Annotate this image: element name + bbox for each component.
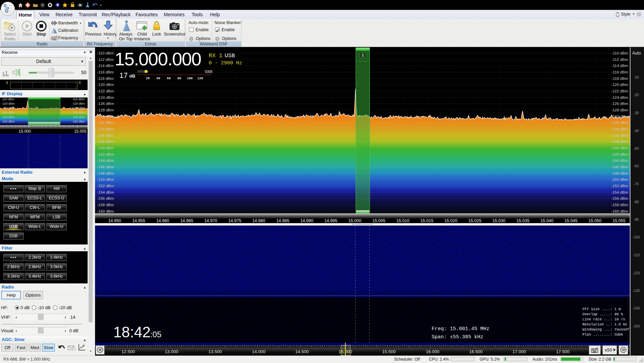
svg-text:-146 dBm: -146 dBm xyxy=(611,165,628,169)
svg-text:-134 dBm: -134 dBm xyxy=(97,127,114,131)
svg-text:15.000.000: 15.000.000 xyxy=(115,49,201,69)
svg-text:-142 dBm: -142 dBm xyxy=(611,152,628,156)
svg-text:130 dBm: 130 dBm xyxy=(2,106,15,110)
svg-text:-118 dBm: -118 dBm xyxy=(612,77,628,81)
svg-text:Windowing ...: Youssef: Windowing ...: Youssef xyxy=(582,327,629,332)
svg-text:dB: dB xyxy=(129,73,135,79)
svg-text:150 dBm: 150 dBm xyxy=(2,115,15,119)
svg-text:-154 dBm: -154 dBm xyxy=(97,190,114,194)
svg-text:15.055: 15.055 xyxy=(613,218,625,223)
svg-text:120 dBm: 120 dBm xyxy=(73,102,85,105)
svg-text:14.960: 14.960 xyxy=(156,218,169,223)
svg-text:Overlap .....: 90 %: Overlap .....: 90 % xyxy=(582,312,623,316)
svg-text:-158 dBm: -158 dBm xyxy=(97,203,114,207)
svg-text:60: 60 xyxy=(167,77,171,80)
svg-text::05: :05 xyxy=(150,330,161,339)
svg-text:-160 dBm: -160 dBm xyxy=(611,209,628,213)
svg-text:-152 dBm: -152 dBm xyxy=(611,184,628,188)
svg-text:Span: ±55.385 kHz: Span: ±55.385 kHz xyxy=(432,334,483,340)
svg-text:Freq: 15.001.45 MHz: Freq: 15.001.45 MHz xyxy=(432,326,489,332)
svg-text:-128 dBm: -128 dBm xyxy=(611,108,628,112)
svg-text:-110 dBm: -110 dBm xyxy=(97,51,114,55)
svg-text:15.035: 15.035 xyxy=(516,218,529,223)
svg-text:-138 dBm: -138 dBm xyxy=(611,140,628,144)
svg-text:Line rate ...: 10 /s: Line rate ...: 10 /s xyxy=(582,317,625,321)
svg-text:40: 40 xyxy=(156,77,160,80)
svg-text:14.990: 14.990 xyxy=(300,218,313,223)
svg-text:Resolution ..: 1.0 Hz: Resolution ..: 1.0 Hz xyxy=(582,322,627,326)
svg-text:14.965: 14.965 xyxy=(180,218,193,223)
svg-text:15.015: 15.015 xyxy=(420,218,433,223)
svg-text:120: 120 xyxy=(197,77,203,80)
svg-text:SNR: SNR xyxy=(205,69,213,74)
svg-text:20: 20 xyxy=(146,77,150,80)
svg-text:-152 dBm: -152 dBm xyxy=(97,184,114,188)
svg-text:-110 dBm: -110 dBm xyxy=(612,51,628,55)
svg-text:Plan ........: CUDA: Plan ........: CUDA xyxy=(582,333,623,337)
svg-text:160 dBm: 160 dBm xyxy=(73,120,85,123)
svg-text:-112 dBm: -112 dBm xyxy=(612,58,628,62)
svg-text:14.995: 14.995 xyxy=(324,218,337,223)
svg-text:-142 dBm: -142 dBm xyxy=(97,152,114,156)
svg-text:100: 100 xyxy=(187,77,192,80)
svg-text:15.050: 15.050 xyxy=(589,218,601,223)
svg-text:15.030: 15.030 xyxy=(492,218,505,223)
svg-text:1: 1 xyxy=(362,53,364,57)
svg-text:-114 dBm: -114 dBm xyxy=(97,64,114,68)
svg-text:USB: USB xyxy=(225,52,235,59)
svg-text:0 - 2900 Hz: 0 - 2900 Hz xyxy=(209,60,242,66)
svg-text:120 dBm: 120 dBm xyxy=(2,102,15,105)
svg-text:-136 dBm: -136 dBm xyxy=(611,133,628,137)
svg-text:-156 dBm: -156 dBm xyxy=(611,196,628,200)
svg-text:-114 dBm: -114 dBm xyxy=(612,64,628,68)
svg-text:15.010: 15.010 xyxy=(396,218,409,223)
svg-text:80: 80 xyxy=(177,77,181,80)
svg-text:14.975: 14.975 xyxy=(228,218,241,223)
svg-text:-156 dBm: -156 dBm xyxy=(97,196,114,200)
svg-text:-158 dBm: -158 dBm xyxy=(611,203,628,207)
svg-text:-136 dBm: -136 dBm xyxy=(97,133,114,137)
svg-text:RX 1: RX 1 xyxy=(209,52,223,59)
svg-text:-118 dBm: -118 dBm xyxy=(97,77,114,81)
svg-text:-130 dBm: -130 dBm xyxy=(611,114,628,119)
svg-text:18:42: 18:42 xyxy=(113,324,151,340)
svg-text:-122 dBm: -122 dBm xyxy=(97,89,114,93)
svg-text:-148 dBm: -148 dBm xyxy=(611,171,628,175)
svg-text:17: 17 xyxy=(119,71,128,80)
svg-text:-128 dBm: -128 dBm xyxy=(97,108,114,112)
svg-text:160 dBm: 160 dBm xyxy=(2,120,15,123)
svg-text:-138 dBm: -138 dBm xyxy=(97,140,114,144)
svg-text:15.005: 15.005 xyxy=(372,218,385,223)
svg-text:-132 dBm: -132 dBm xyxy=(611,121,628,125)
svg-text:-154 dBm: -154 dBm xyxy=(611,190,628,194)
svg-text:-120 dBm: -120 dBm xyxy=(97,83,114,87)
svg-text:-148 dBm: -148 dBm xyxy=(97,171,114,175)
svg-text:-144 dBm: -144 dBm xyxy=(611,158,628,163)
svg-text:-112 dBm: -112 dBm xyxy=(97,58,114,62)
svg-text:-150 dBm: -150 dBm xyxy=(611,177,628,182)
svg-text:-116 dBm: -116 dBm xyxy=(97,70,114,74)
svg-text:14.985: 14.985 xyxy=(276,218,289,223)
svg-text:15.020: 15.020 xyxy=(444,218,457,223)
svg-text:15.040: 15.040 xyxy=(540,218,553,223)
svg-text:-146 dBm: -146 dBm xyxy=(97,165,114,169)
svg-text:-140 dBm: -140 dBm xyxy=(97,146,114,150)
svg-text:14.950: 14.950 xyxy=(108,218,121,223)
svg-text:-126 dBm: -126 dBm xyxy=(97,102,114,106)
svg-text:140 dBm: 140 dBm xyxy=(2,111,15,114)
svg-text:14.955: 14.955 xyxy=(132,218,145,223)
svg-text:140 dBm: 140 dBm xyxy=(73,111,85,114)
svg-text:15.000: 15.000 xyxy=(348,218,361,223)
svg-text:110 dBm: 110 dBm xyxy=(2,98,14,101)
svg-text:-150 dBm: -150 dBm xyxy=(97,177,114,182)
svg-text:-120 dBm: -120 dBm xyxy=(611,83,628,87)
svg-text:14.980: 14.980 xyxy=(252,218,265,223)
svg-text:-116 dBm: -116 dBm xyxy=(612,70,628,74)
svg-text:130 dBm: 130 dBm xyxy=(73,106,85,110)
svg-text:-124 dBm: -124 dBm xyxy=(611,95,628,100)
svg-text:-160 dBm: -160 dBm xyxy=(97,209,114,213)
svg-text:15.025: 15.025 xyxy=(468,218,481,223)
svg-text:14.970: 14.970 xyxy=(204,218,217,223)
svg-text:-132 dBm: -132 dBm xyxy=(97,121,114,125)
svg-text:FFT Size ....: 1 m: FFT Size ....: 1 m xyxy=(582,307,621,311)
